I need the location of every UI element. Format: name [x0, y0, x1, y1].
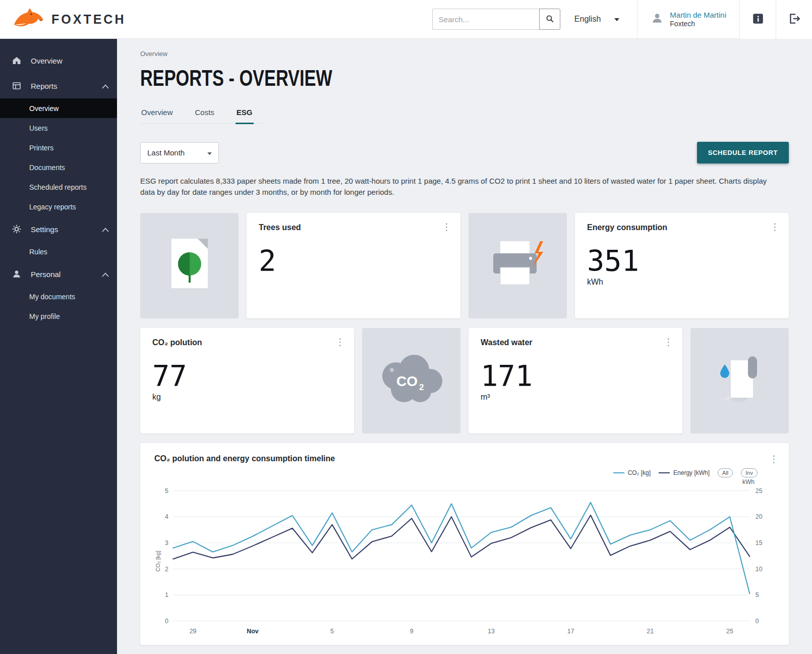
co2-polution-unit: kg [152, 393, 342, 403]
co2-line-swatch [613, 472, 624, 473]
sidebar-item-my-documents[interactable]: My documents [0, 287, 117, 306]
user-name: Martin de Martini [670, 11, 726, 20]
svg-text:15: 15 [756, 539, 763, 546]
legend-label: Energy [kWh] [673, 469, 710, 476]
card-title: Energy consumption [587, 223, 777, 232]
co2-polution-card: CO₂ polution ⋮ 77 kg [140, 328, 354, 433]
svg-text:4: 4 [165, 513, 168, 520]
svg-text:0: 0 [756, 617, 759, 624]
chart-all-button[interactable]: All [718, 468, 733, 477]
sidebar-subitem-label: Scheduled reports [29, 183, 87, 191]
svg-text:20: 20 [756, 513, 763, 520]
tab-esg[interactable]: ESG [236, 103, 254, 124]
svg-text:13: 13 [488, 627, 495, 634]
sidebar-subitem-label: My documents [29, 293, 75, 301]
svg-text:17: 17 [567, 627, 574, 634]
svg-text:2: 2 [419, 383, 424, 392]
energy-consumption-unit: kWh [587, 278, 777, 288]
page-title: REPORTS - OVERVIEW [140, 66, 332, 91]
user-organization: Foxtech [670, 20, 726, 28]
trees-used-value: 2 [259, 245, 448, 277]
sidebar-item-reports[interactable]: Reports [0, 73, 117, 98]
energy-consumption-card: Energy consumption ⋮ 351 kWh [575, 213, 789, 318]
chevron-up-icon [102, 270, 109, 279]
chart-inv-button[interactable]: Inv [741, 468, 758, 477]
language-select[interactable]: English [574, 15, 620, 24]
kebab-menu-icon[interactable]: ⋮ [769, 453, 779, 465]
sidebar-subitem-label: Users [29, 124, 48, 132]
sidebar-item-rules[interactable]: Rules [0, 242, 117, 261]
energy-line-swatch [659, 472, 670, 473]
tree-paper-icon [165, 235, 214, 296]
user-menu[interactable]: Martin de Martini Foxtech [637, 11, 739, 28]
legend-item-energy[interactable]: Energy [kWh] [659, 469, 710, 476]
svg-text:25: 25 [756, 487, 763, 494]
sidebar-item-scheduled-reports[interactable]: Scheduled reports [0, 177, 117, 197]
water-illustration-card [690, 328, 789, 433]
printer-illustration-card [469, 213, 567, 318]
sidebar-item-overview[interactable]: Overview [0, 48, 117, 73]
svg-text:5: 5 [756, 591, 759, 598]
svg-text:2: 2 [165, 565, 168, 572]
svg-text:29: 29 [190, 627, 197, 634]
svg-text:1: 1 [165, 591, 168, 598]
chevron-down-icon [614, 15, 620, 24]
sidebar-subitem-label: My profile [29, 312, 60, 320]
reports-icon [11, 80, 22, 91]
sidebar-subitem-label: Printers [29, 144, 53, 152]
sidebar-item-my-profile[interactable]: My profile [0, 306, 117, 326]
sidebar-item-personal[interactable]: Personal [0, 261, 117, 287]
sidebar-subitem-label: Rules [29, 248, 47, 256]
left-axis-label: CO₂ [kg] [155, 551, 161, 572]
legend-item-co2[interactable]: CO₂ [kg] [613, 469, 651, 476]
sidebar-item-label: Overview [31, 57, 63, 65]
kebab-menu-icon[interactable]: ⋮ [664, 337, 673, 347]
svg-text:25: 25 [726, 627, 733, 634]
tabs: Overview Costs ESG [140, 103, 262, 124]
sidebar-item-label: Reports [31, 82, 57, 90]
sidebar-item-printers[interactable]: Printers [0, 138, 117, 157]
svg-text:Nov: Nov [247, 627, 258, 634]
chart-area: CO₂ [kg] 012345051015202529Nov5913172125 [154, 485, 775, 637]
tab-overview[interactable]: Overview [140, 103, 174, 123]
chevron-down-icon [207, 148, 212, 157]
brand-name: FOXTECH [51, 12, 126, 27]
chart-card: CO₂ polution and energy consumption time… [140, 443, 789, 645]
search-input[interactable] [432, 9, 539, 30]
svg-text:0: 0 [165, 617, 168, 624]
kebab-menu-icon[interactable]: ⋮ [335, 337, 345, 347]
home-icon [11, 55, 22, 66]
water-paper-icon [710, 349, 770, 412]
svg-text:10: 10 [756, 565, 763, 572]
tree-illustration-card [140, 213, 239, 318]
sidebar-subitem-label: Documents [29, 164, 65, 172]
period-select[interactable]: Last Month [140, 142, 219, 164]
sidebar-item-documents[interactable]: Documents [0, 157, 117, 177]
card-title: Trees used [259, 223, 448, 232]
co2-cloud-icon: CO 2 [374, 350, 449, 411]
tab-costs[interactable]: Costs [194, 103, 215, 123]
svg-text:9: 9 [410, 627, 414, 634]
sidebar-item-settings[interactable]: Settings [0, 216, 117, 242]
sidebar-item-legacy-reports[interactable]: Legacy reports [0, 197, 117, 216]
right-axis-label: kWh [154, 478, 755, 485]
kebab-menu-icon[interactable]: ⋮ [442, 222, 451, 232]
co2-illustration-card: CO 2 [362, 328, 460, 433]
info-button[interactable] [740, 0, 776, 39]
wasted-water-unit: m³ [481, 393, 670, 403]
search-icon [545, 14, 554, 25]
breadcrumb[interactable]: Overview [140, 50, 789, 58]
timeline-line-chart[interactable]: 012345051015202529Nov5913172125 [154, 485, 775, 637]
chevron-up-icon [102, 82, 109, 90]
brand-logo[interactable]: FOXTECH [0, 7, 126, 32]
schedule-report-button[interactable]: SCHEDULE REPORT [697, 142, 789, 164]
search-button[interactable] [539, 9, 560, 30]
sidebar-item-reports-overview[interactable]: Overview [0, 98, 117, 118]
sidebar: Overview Reports Overview Users Printers [0, 39, 117, 654]
kebab-menu-icon[interactable]: ⋮ [770, 222, 780, 232]
trees-used-card: Trees used ⋮ 2 [247, 213, 460, 318]
logout-button[interactable] [776, 0, 812, 39]
card-title: CO₂ polution [152, 338, 342, 347]
sidebar-item-users[interactable]: Users [0, 118, 117, 138]
sidebar-item-label: Settings [31, 225, 58, 234]
